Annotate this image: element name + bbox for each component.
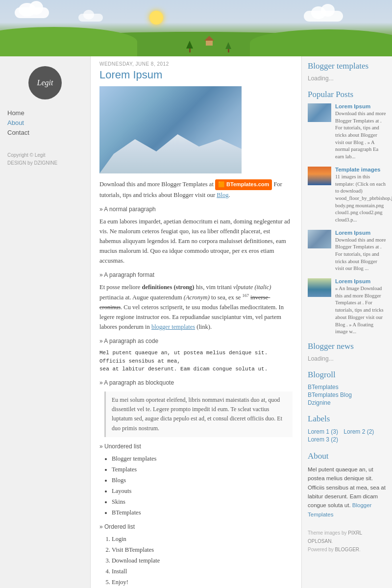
ordered-list: Login Visit BTemplates Download template… [112,534,293,587]
blogger-news-title: Blogger news [308,342,386,351]
footer-credits: Theme images by PIXRL OPLOSAN. Powered b… [308,529,386,554]
blogroll-item-2[interactable]: BTemplates Blog [308,392,386,398]
sidebar-right: Blogger templates Loading... Popular Pos… [301,56,392,588]
pp-info-3: Lorem Ipsum Download this and more Blogg… [335,230,386,272]
popular-post-2: Template images 11 images in this templa… [308,167,386,224]
pp-title-1[interactable]: Lorem Ipsum [335,103,386,109]
blogger-templates-link[interactable]: blogger templates [151,323,195,330]
about-blogger-link[interactable]: Blogger Templates [308,502,371,517]
site-header [0,0,392,56]
pp-thumb-1 [308,103,331,122]
pp-info-1: Lorem Ipsum Download this and more Blogg… [335,103,386,161]
post-date: Wednesday, June 8, 2012 [99,61,293,67]
logo-text: Legit [37,78,53,87]
nav-item-about[interactable]: About [7,119,83,127]
pp-thumb-3 [308,230,331,248]
popular-post-1: Lorem Ipsum Download this and more Blogg… [308,103,386,161]
label-link-3[interactable]: Lorem 3 (2) [308,436,338,443]
left-navigation: Home About Contact [7,109,83,137]
nav-link-about[interactable]: About [7,119,24,126]
popular-post-3: Lorem Ipsum Download this and more Blogg… [308,230,386,272]
about-widget: About Mel putent quaeque an, ut postea m… [308,451,386,519]
pp-thumb-4 [308,278,331,297]
ul-item-5: Skins [112,497,293,507]
blogroll-link-3[interactable]: Dzignine [308,399,386,406]
pp-excerpt-2: 11 images in this template: (Click on ea… [335,173,386,224]
normal-paragraph-text: Ea eum labores impardet, apetian democri… [99,217,293,266]
ul-item-4: Layouts [112,486,293,496]
pp-excerpt-1: Download this and more Blogger Templates… [335,110,386,161]
section-code: A paragraph as code [99,337,293,346]
blogger-templates-title: Blogger templates [308,61,386,71]
pp-title-2[interactable]: Template images [335,167,386,172]
definitiones-strong: definitiones (strong) [142,284,194,291]
popular-posts-widget: Popular Posts Lorem Ipsum Download this … [308,90,386,336]
blogger-news-widget: Blogger news Loading... [308,342,386,362]
blogroll-item-3[interactable]: Dzignine [308,399,386,406]
section-paragraph-format: A paragraph format [99,270,293,280]
acronym-text: (Acronym) [184,294,210,301]
blogger-templates-widget: Blogger templates Loading... [308,61,386,82]
post-body-1: Download this and more Blogger Templates… [99,179,293,588]
labels-title: Labels [308,414,386,424]
copyright-text: Copyright © Legit [7,152,45,158]
blogroll-list: BTemplates BTemplates Blog Dzignine [308,384,386,406]
popular-posts-title: Popular Posts [308,90,386,99]
pp-excerpt-4: » An Image Download this and more Blogge… [335,285,386,336]
post-featured-image [99,86,242,173]
post-1: Wednesday, June 8, 2012 Lorem Ipsum Down… [99,61,293,588]
ol-item-4: Install [112,566,293,576]
blogroll-item-1[interactable]: BTemplates [308,384,386,391]
blogroll-link-2[interactable]: BTemplates Blog [308,392,386,398]
btemplates-logo: 🟧 BTemplates.com [215,179,272,190]
ol-item-1: Login [112,534,293,544]
ul-item-3: Blogs [112,475,293,485]
powered-label: Powered by [308,547,334,552]
nav-link-home[interactable]: Home [7,109,24,117]
section-unordered: Unordered list [99,442,293,451]
popular-post-4: Lorem Ipsum » An Image Download this and… [308,278,386,336]
unordered-list: Blogger templates Templates Blogs Layout… [112,454,293,517]
ul-item-1: Blogger templates [112,454,293,464]
nav-link-contact[interactable]: Contact [7,129,29,136]
ul-item-2: Templates [112,465,293,474]
copyright-section: Copyright © Legit DESIGN by DZIGNINE [7,151,83,167]
ol-item-3: Download template [112,556,293,565]
powered-link[interactable]: BLOGGER [335,547,359,552]
site-logo: Legit [28,66,62,99]
label-link-2[interactable]: Lorem 2 (2) [343,428,374,435]
post-title-1: Lorem Ipsum [99,69,293,81]
blogger-templates-loading: Loading... [308,75,386,82]
section-ordered: Ordered list [99,522,293,532]
pp-title-4[interactable]: Lorem Ipsum [335,278,386,284]
pp-thumb-2 [308,167,331,185]
blockquote-block: Eu mei solum oporteat eleifend, libris n… [104,392,293,437]
section-blockquote: A paragraph as blockquote [99,378,293,388]
labels-list: Lorem 1 (3) Lorem 2 (2) Lorem 3 (2) [308,428,386,443]
pp-info-2: Template images 11 images in this templa… [335,167,386,224]
blogroll-link-1[interactable]: BTemplates [308,384,386,391]
label-link-1[interactable]: Lorem 1 (3) [308,428,338,435]
ul-item-6: BTemplates [112,508,293,517]
pp-excerpt-3: Download this and more Blogger Templates… [335,237,386,272]
about-text: Mel putent quaeque an, ut postea melius … [308,465,386,519]
blogger-news-loading: Loading... [308,355,386,362]
nav-item-home[interactable]: Home [7,109,83,117]
ol-item-5: Enjoy! [112,577,293,587]
about-title: About [308,451,386,461]
code-block: Mel putent quaeque an, ut postea melius … [99,349,293,373]
pp-info-4: Lorem Ipsum » An Image Download this and… [335,278,386,336]
nav-item-contact[interactable]: Contact [7,129,83,137]
sidebar-left: Legit Home About Contact Copyright © Leg… [0,56,91,588]
ol-item-2: Visit BTemplates [112,545,293,555]
vlputate-italic: vlputate (italic) [233,284,271,291]
section-normal-paragraph: A normal paragraph [99,205,293,214]
paragraph-format-text: Et posse meliore definitiones (strong) h… [99,282,293,332]
main-content: Wednesday, June 8, 2012 Lorem Ipsum Down… [91,56,301,588]
design-text: DESIGN by DZIGNINE [7,160,57,166]
sup-text: 167 [242,293,249,298]
blog-link[interactable]: Blog [217,192,228,198]
blogroll-title: Blogroll [308,370,386,380]
pp-title-3[interactable]: Lorem Ipsum [335,230,386,236]
labels-widget: Labels Lorem 1 (3) Lorem 2 (2) Lorem 3 (… [308,414,386,443]
